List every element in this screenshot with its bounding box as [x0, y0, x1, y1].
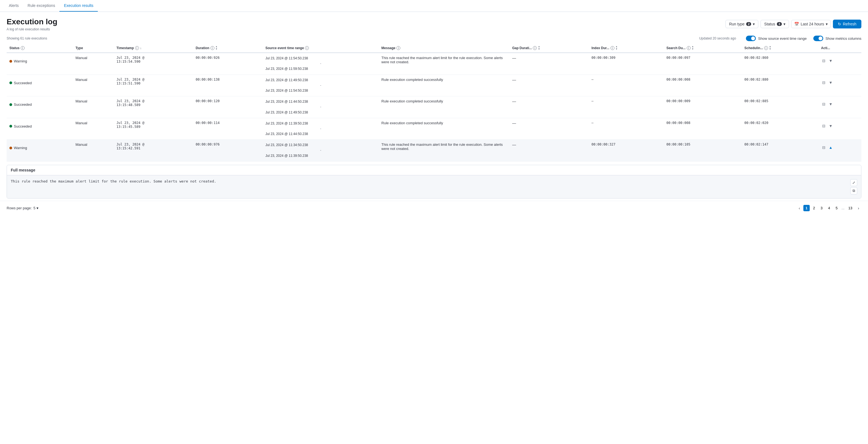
index-info-icon[interactable]: i [611, 46, 614, 50]
status-label-2: Succeeded [14, 102, 32, 106]
source-event-toggle[interactable] [746, 36, 756, 41]
expand-action-2[interactable]: ▼ [828, 101, 834, 107]
type-cell-4: Manual [73, 140, 114, 161]
status-info-icon[interactable]: i [21, 46, 25, 50]
scheduling-info-icon[interactable]: i [764, 46, 768, 50]
status-dot-3 [9, 125, 12, 128]
message-cell-4: This rule reached the maximum alert limi… [379, 140, 509, 161]
duration-cell-4: 00:00:00:976 [193, 140, 263, 161]
page-1-button[interactable]: 1 [803, 205, 810, 211]
full-message-header: Full message [7, 165, 861, 175]
timestamp-sort-icon[interactable]: ↓ [140, 46, 142, 50]
message-info-icon[interactable]: i [396, 46, 400, 50]
source-event-cell-2: Jul 23, 2024 @ 11:44:50.238 - Jul 23, 20… [263, 96, 379, 118]
prev-page-button[interactable]: ‹ [797, 205, 802, 212]
filter-action-1[interactable]: ⊟ [821, 80, 827, 85]
table-controls: Showing 61 rule executions Updated 20 se… [0, 34, 868, 43]
page-2-button[interactable]: 2 [811, 205, 817, 211]
page-3-button[interactable]: 3 [818, 205, 825, 211]
status-cell-0: Warning [7, 53, 73, 74]
refresh-icon: ↻ [838, 22, 841, 26]
scheduling-cell-2: 00:00:02:885 [742, 96, 818, 118]
timestamp-cell-3: Jul 23, 2024 @13:15:45.589 [114, 118, 193, 140]
status-filter[interactable]: Status 3 ▾ [761, 20, 789, 28]
gap-info-icon[interactable]: i [533, 46, 537, 50]
timestamp-cell-0: Jul 23, 2024 @13:15:54.590 [114, 53, 193, 74]
duration-info-icon[interactable]: i [211, 46, 214, 50]
timestamp-info-icon[interactable]: i [135, 46, 139, 50]
actions-cell-3: ⊟ ▼ [818, 118, 861, 140]
tab-rule-exceptions[interactable]: Rule exceptions [23, 0, 60, 11]
scheduling-cell-0: 00:00:02:860 [742, 53, 818, 74]
page-ellipsis: ... [841, 205, 845, 211]
scheduling-sort[interactable]: ▲▼ [769, 45, 771, 50]
index-duration-cell-2: — [589, 96, 663, 118]
run-type-filter[interactable]: Run type 2 ▾ [725, 20, 758, 28]
page-5-button[interactable]: 5 [834, 205, 840, 211]
source-event-info-icon[interactable]: i [305, 46, 309, 50]
status-badge: 3 [777, 22, 782, 26]
search-info-icon[interactable]: i [687, 46, 691, 50]
table-header-row: Status i Type Timestamp i ↓ [7, 43, 861, 53]
execution-log-table: Status i Type Timestamp i ↓ [0, 43, 868, 161]
filter-action-3[interactable]: ⊟ [821, 123, 827, 129]
expand-action-1[interactable]: ▼ [828, 80, 834, 85]
status-cell-2: Succeeded [7, 96, 73, 118]
table-row: Warning Manual Jul 23, 2024 @13:15:54.59… [7, 53, 861, 74]
refresh-button[interactable]: ↻ Refresh [833, 20, 861, 28]
index-duration-cell-0: 00:00:00:309 [589, 53, 663, 74]
index-sort[interactable]: ▲▼ [616, 45, 618, 50]
time-range-picker[interactable]: 📅 Last 24 hours ▾ [791, 20, 831, 28]
calendar-icon: 📅 [794, 22, 799, 26]
col-source-event-time-range: Source event time range i [263, 43, 379, 53]
actions-cell-1: ⊟ ▼ [818, 74, 861, 96]
tab-execution-results[interactable]: Execution results [59, 0, 98, 11]
page-navigation: ‹ 1 2 3 4 5 ... 13 › [797, 205, 861, 212]
scheduling-cell-4: 00:00:02:147 [742, 140, 818, 161]
gap-sort[interactable]: ▲▼ [538, 45, 540, 50]
search-duration-cell-2: 00:00:00:009 [663, 96, 742, 118]
search-sort[interactable]: ▲▼ [692, 45, 694, 50]
table-row: Succeeded Manual Jul 23, 2024 @13:15:48.… [7, 96, 861, 118]
expand-action-4[interactable]: ▲ [828, 145, 834, 150]
copy-message-button[interactable]: ⧉ [850, 187, 857, 194]
duration-sort[interactable]: ▲▼ [215, 45, 218, 50]
filter-action-2[interactable]: ⊟ [821, 101, 827, 107]
scheduling-cell-3: 00:00:02:020 [742, 118, 818, 140]
run-type-badge: 2 [746, 22, 751, 26]
type-cell-1: Manual [73, 74, 114, 96]
actions-cell-0: ⊟ ▼ [818, 53, 861, 74]
time-range-chevron-icon: ▾ [826, 22, 828, 26]
status-chevron-icon: ▾ [783, 22, 785, 26]
search-duration-cell-0: 00:00:00:097 [663, 53, 742, 74]
refresh-label: Refresh [843, 22, 857, 26]
rows-per-page-label: Rows per page: [7, 206, 32, 210]
col-actions: Acti... [818, 43, 861, 53]
tab-alerts[interactable]: Alerts [4, 0, 23, 11]
search-duration-cell-3: 00:00:00:008 [663, 118, 742, 140]
metrics-columns-toggle[interactable] [813, 36, 823, 41]
filter-action-0[interactable]: ⊟ [821, 58, 827, 64]
index-duration-cell-3: — [589, 118, 663, 140]
metrics-columns-label: Show metrics columns [826, 36, 861, 40]
filter-action-4[interactable]: ⊟ [821, 145, 827, 150]
page-4-button[interactable]: 4 [826, 205, 832, 211]
expand-message-button[interactable]: ⤢ [850, 179, 857, 186]
index-duration-cell-1: — [589, 74, 663, 96]
message-cell-1: Rule execution completed successfully [379, 74, 509, 96]
next-page-button[interactable]: › [856, 205, 861, 212]
actions-cell-4: ⊟ ▲ [818, 140, 861, 161]
table-row: Succeeded Manual Jul 23, 2024 @13:15:51.… [7, 74, 861, 96]
gap-duration-cell-4: — [509, 140, 589, 161]
source-event-cell-0: Jul 23, 2024 @ 11:54:50.238 - Jul 23, 20… [263, 53, 379, 74]
col-duration: Duration i ▲▼ [193, 43, 263, 53]
showing-text: Showing 61 rule executions [7, 36, 47, 40]
duration-cell-2: 00:00:00:120 [193, 96, 263, 118]
duration-cell-1: 00:00:00:138 [193, 74, 263, 96]
page-last-button[interactable]: 13 [846, 205, 855, 211]
rows-per-page-selector[interactable]: Rows per page: 5 ▾ [7, 206, 38, 210]
col-search-duration: Search Du... i ▲▼ [663, 43, 742, 53]
expand-action-3[interactable]: ▼ [828, 123, 834, 129]
expand-action-0[interactable]: ▼ [828, 58, 834, 64]
table-row: Succeeded Manual Jul 23, 2024 @13:15:45.… [7, 118, 861, 140]
